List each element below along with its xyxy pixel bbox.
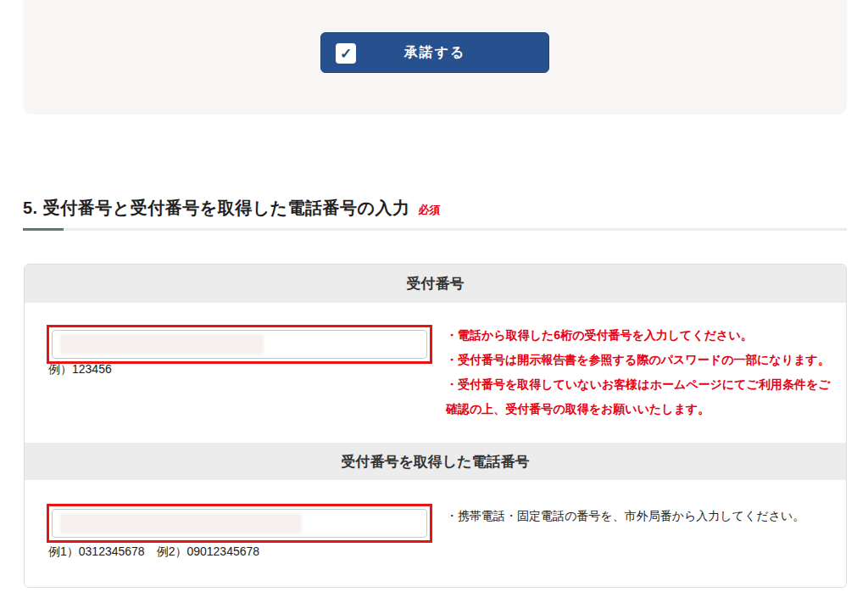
phone-number-header: 受付番号を取得した電話番号 — [25, 443, 846, 480]
accept-button[interactable]: ✓ 承諾する — [320, 32, 549, 73]
section-divider-accent — [23, 228, 64, 231]
reception-form-table: 受付番号 例）123456 ・電話から取得した6桁の受付番号を入力してください。… — [24, 264, 847, 588]
section-divider — [23, 228, 847, 231]
reception-number-header: 受付番号 — [25, 265, 846, 303]
phone-number-note: ・携帯電話・固定電話の番号を、市外局番から入力してください。 — [446, 507, 836, 525]
note-line: ・電話から取得した6桁の受付番号を入力してください。 — [446, 323, 834, 348]
reception-number-input[interactable] — [52, 330, 427, 359]
note-line: ・受付番号は開示報告書を参照する際のパスワードの一部になります。 — [446, 348, 834, 372]
reception-number-row: 例）123456 ・電話から取得した6桁の受付番号を入力してください。 ・受付番… — [25, 303, 846, 443]
accept-button-label: 承諾する — [321, 33, 548, 72]
phone-number-input[interactable] — [52, 509, 427, 538]
section-title: 5. 受付番号と受付番号を取得した電話番号の入力 — [23, 197, 410, 220]
reception-number-example: 例）123456 — [48, 362, 112, 377]
consent-panel: ✓ 承諾する — [23, 0, 847, 114]
section-heading: 5. 受付番号と受付番号を取得した電話番号の入力 必須 — [23, 197, 847, 220]
reception-number-input-highlight — [47, 325, 432, 364]
required-badge: 必須 — [419, 203, 441, 218]
phone-number-row: 例1）0312345678 例2）09012345678 ・携帯電話・固定電話の… — [25, 480, 846, 588]
phone-number-example: 例1）0312345678 例2）09012345678 — [48, 544, 259, 560]
page: ✓ 承諾する 5. 受付番号と受付番号を取得した電話番号の入力 必須 受付番号 … — [0, 0, 868, 603]
note-line: ・受付番号を取得していないお客様はホームページにてご利用条件をご確認の上、受付番… — [446, 372, 834, 422]
reception-number-notes: ・電話から取得した6桁の受付番号を入力してください。 ・受付番号は開示報告書を参… — [446, 323, 834, 422]
phone-number-input-highlight — [47, 504, 432, 543]
